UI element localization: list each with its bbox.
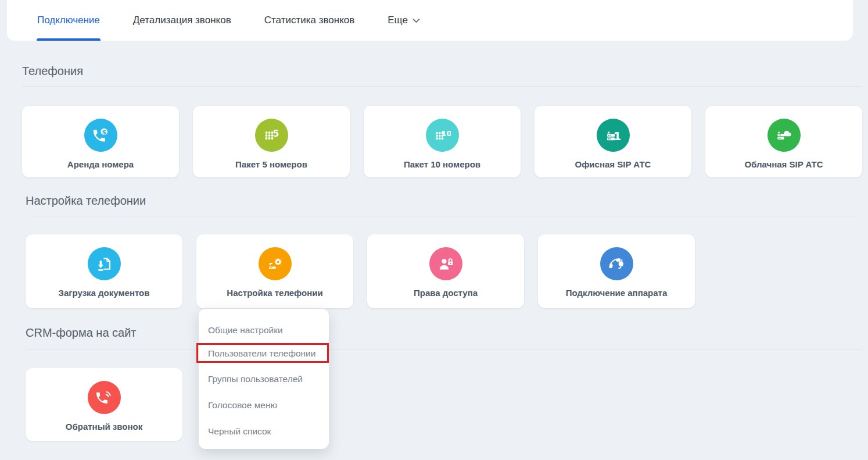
card-label: Загрузка документов bbox=[59, 288, 150, 298]
card-cloud-sip-pbx[interactable]: Облачная SIP АТС bbox=[705, 106, 862, 177]
card-label: Подключение аппарата bbox=[566, 288, 668, 298]
card-label: Пакет 5 номеров bbox=[235, 159, 307, 169]
telephony-settings-icon bbox=[259, 247, 292, 280]
office-pbx-icon: 1 bbox=[597, 119, 630, 152]
section-divider bbox=[22, 86, 862, 87]
setup-cards-row: Загрузка документов Настройка телефо bbox=[26, 234, 695, 308]
crm-cards-row: Обратный звонок bbox=[26, 368, 182, 441]
menu-item-blacklist[interactable]: Черный список bbox=[208, 426, 271, 437]
card-callback[interactable]: Обратный звонок bbox=[26, 368, 182, 441]
card-label: Обратный звонок bbox=[66, 422, 142, 432]
menu-item-voice-menu[interactable]: Голосовое меню bbox=[208, 400, 277, 411]
tab-connection[interactable]: Подключение bbox=[37, 0, 100, 41]
section-divider bbox=[26, 216, 862, 216]
document-download-icon bbox=[88, 247, 121, 280]
telephony-settings-dropdown: Общие настройки Пользователи телефонии Г… bbox=[199, 309, 329, 449]
svg-text:1: 1 bbox=[614, 130, 621, 142]
svg-text:5: 5 bbox=[273, 128, 279, 138]
tab-label: Детализация звонков bbox=[133, 15, 231, 26]
phone-dollar-icon: $ bbox=[84, 119, 117, 152]
cloud-pbx-icon bbox=[767, 119, 801, 152]
card-label: Облачная SIP АТС bbox=[744, 159, 823, 169]
tab-more[interactable]: Еще bbox=[388, 0, 420, 41]
card-label: Настройка телефонии bbox=[227, 288, 322, 298]
svg-text:$: $ bbox=[102, 128, 106, 135]
phone-plug-icon bbox=[600, 247, 633, 280]
telephony-cards-row: $ Аренда номера 5 Пакет 5 номеров bbox=[22, 106, 862, 177]
section-title-crm-form: CRM-форма на сайт bbox=[26, 326, 137, 340]
menu-item-user-groups[interactable]: Группы пользователей bbox=[208, 373, 303, 385]
card-number-rent[interactable]: $ Аренда номера bbox=[22, 106, 179, 177]
card-5-numbers-pack[interactable]: 5 Пакет 5 номеров bbox=[193, 106, 350, 177]
card-label: Аренда номера bbox=[67, 159, 134, 169]
menu-item-telephony-users[interactable]: Пользователи телефонии bbox=[208, 348, 315, 359]
section-title-telephony: Телефония bbox=[22, 65, 83, 78]
card-device-connection[interactable]: Подключение аппарата bbox=[538, 234, 695, 308]
card-access-rights[interactable]: Права доступа bbox=[367, 234, 524, 308]
card-label: Права доступа bbox=[414, 288, 478, 298]
tab-label: Статистика звонков bbox=[264, 15, 355, 26]
card-label: Офисная SIP АТС bbox=[575, 159, 651, 169]
card-label: Пакет 10 номеров bbox=[404, 159, 480, 169]
tab-label: Еще bbox=[388, 15, 408, 26]
svg-text:10: 10 bbox=[441, 129, 451, 138]
tab-call-statistics[interactable]: Статистика звонков bbox=[264, 0, 355, 41]
keypad-10-icon: 10 bbox=[426, 119, 459, 152]
tab-call-details[interactable]: Детализация звонков bbox=[133, 0, 231, 41]
chevron-down-icon bbox=[413, 18, 420, 23]
section-title-telephony-setup: Настройка телефонии bbox=[26, 194, 146, 208]
keypad-5-icon: 5 bbox=[255, 119, 288, 152]
tab-label: Подключение bbox=[37, 15, 100, 26]
user-lock-icon bbox=[429, 247, 462, 280]
card-telephony-settings[interactable]: Настройка телефонии bbox=[196, 234, 353, 308]
card-10-numbers-pack[interactable]: 10 Пакет 10 номеров bbox=[364, 106, 521, 177]
card-document-upload[interactable]: Загрузка документов bbox=[26, 234, 182, 308]
active-tab-underline bbox=[37, 38, 101, 41]
tab-bar: Подключение Детализация звонков Статисти… bbox=[7, 0, 853, 41]
card-office-sip-pbx[interactable]: 1 Офисная SIP АТС bbox=[535, 106, 691, 177]
callback-phone-icon bbox=[88, 381, 121, 414]
section-divider bbox=[26, 350, 862, 350]
menu-item-general-settings[interactable]: Общие настройки bbox=[208, 325, 283, 336]
